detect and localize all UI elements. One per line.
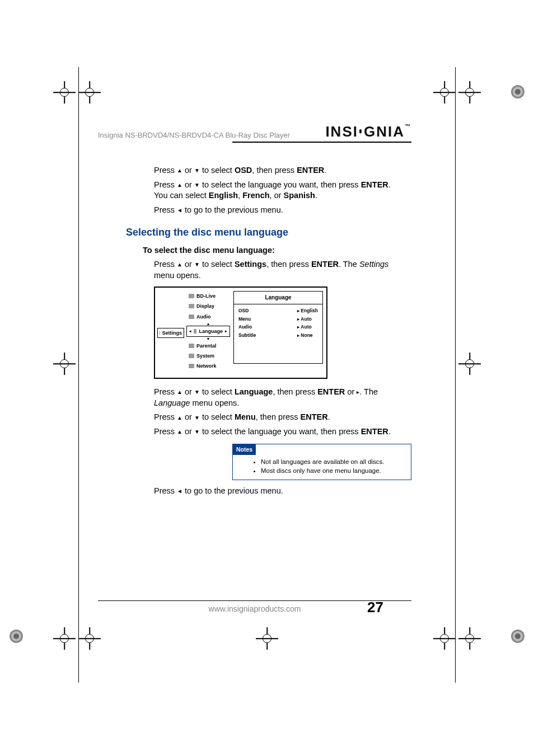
section-subheading: To select the disc menu language: [143, 245, 406, 256]
crop-mark [78, 81, 101, 104]
gear-icon [160, 331, 160, 335]
crop-mark [458, 627, 481, 650]
globe-icon [189, 294, 194, 298]
osd-row-key: Menu [238, 316, 287, 323]
notes-box: Notes Not all languages are available on… [232, 444, 411, 480]
osd-settings-item: Settings [157, 328, 184, 338]
down-triangle-icon: ▼ [194, 389, 200, 395]
notes-label: Notes [233, 444, 256, 454]
osd-row-key: Subtitle [238, 332, 287, 339]
instruction-line: Press ▲ or ▼ to select the language you … [154, 426, 406, 438]
osd-item-parental: Parental [186, 341, 230, 351]
trim-line [455, 67, 456, 683]
system-icon [189, 354, 194, 358]
left-triangle-icon: ◄ [177, 208, 182, 213]
trim-line [78, 67, 79, 683]
product-header: Insignia NS-BRDVD4/NS-BRDVD4-CA Blu-Ray … [98, 131, 290, 140]
down-triangle-icon: ▼ [194, 262, 200, 267]
crop-mark [458, 81, 481, 104]
crop-mark [433, 81, 456, 104]
osd-label: Settings [162, 330, 182, 336]
network-icon [189, 364, 194, 368]
page-content: Insignia NS-BRDVD4/NS-BRDVD4-CA Blu-Ray … [98, 123, 411, 500]
crop-mark [53, 81, 76, 104]
osd-row-key: OSD [238, 308, 287, 314]
up-triangle-icon: ▲ [177, 389, 182, 395]
up-triangle-icon: ▲ [177, 182, 182, 188]
header-divider [232, 142, 411, 143]
note-item: Most discs only have one menu language. [261, 467, 406, 476]
instruction-line: Press ▲ or ▼ to select Language, then pr… [154, 387, 406, 408]
osd-middle-column: BD-Live Display Audio ▲ ◂ Language ▸ ▼ P… [186, 291, 230, 371]
page-number: 27 [367, 599, 383, 616]
brand-logo: INSI●●GNIA™ [325, 123, 411, 140]
crop-mark [256, 627, 278, 650]
osd-item-system: System [186, 351, 230, 361]
registration-target [510, 84, 526, 100]
section-title: Selecting the disc menu language [126, 226, 406, 239]
instruction-line: Press ▲ or ▼ to select the language you … [154, 180, 406, 201]
footer-url: www.insigniaproducts.com [209, 604, 301, 613]
crop-mark [53, 353, 76, 375]
osd-panel-title: Language [234, 292, 322, 304]
left-triangle-icon: ◄ [177, 489, 182, 494]
body: Press ▲ or ▼ to select OSD, then press E… [154, 165, 406, 496]
instruction-line: Press ▲ or ▼ to select Menu, then press … [154, 412, 406, 423]
instruction-line: Press ◄ to go to the previous menu. [154, 486, 406, 497]
osd-item-language: ◂ Language ▸ [186, 326, 230, 337]
down-arrow-icon: ▼ [186, 337, 230, 341]
audio-icon [189, 314, 194, 319]
instruction-line: Press ◄ to go to the previous menu. [154, 205, 406, 216]
svg-point-2 [13, 633, 19, 639]
up-triangle-icon: ▲ [177, 168, 182, 173]
registration-target [510, 628, 526, 644]
svg-point-5 [515, 633, 521, 639]
svg-point-8 [515, 89, 521, 95]
instruction-line: Press ▲ or ▼ to select Settings, then pr… [154, 259, 406, 281]
down-triangle-icon: ▼ [194, 429, 200, 435]
instruction-line: Press ▲ or ▼ to select OSD, then press E… [154, 165, 406, 176]
up-triangle-icon: ▲ [177, 415, 182, 421]
up-arrow-icon: ▲ [186, 322, 230, 326]
osd-right-panel: Language OSDEnglish MenuAuto AudioAuto S… [233, 291, 323, 364]
parental-icon [189, 344, 194, 348]
osd-item-bdlive: BD-Live [186, 291, 230, 301]
osd-left-column: Settings [157, 328, 184, 338]
crop-mark [433, 627, 456, 650]
osd-item-audio: Audio [186, 312, 230, 322]
display-icon [189, 304, 194, 308]
down-triangle-icon: ▼ [194, 182, 200, 188]
osd-item-network: Network [186, 361, 230, 371]
osd-screenshot: Settings BD-Live Display Audio ▲ ◂ Langu… [154, 287, 327, 379]
registration-target [8, 628, 24, 644]
down-triangle-icon: ▼ [194, 168, 200, 173]
down-triangle-icon: ▼ [194, 415, 200, 421]
crop-mark [458, 353, 481, 375]
right-arrow-icon: ▸ [225, 329, 227, 333]
osd-row-val: English [297, 308, 318, 314]
language-icon [194, 329, 196, 334]
note-item: Not all languages are available on all d… [261, 458, 406, 467]
left-arrow-icon: ◂ [189, 329, 191, 333]
up-triangle-icon: ▲ [177, 262, 182, 267]
crop-mark [78, 627, 101, 650]
page-footer: www.insigniaproducts.com 27 [98, 600, 411, 613]
osd-row-val: Auto [297, 316, 318, 323]
osd-item-display: Display [186, 301, 230, 311]
osd-row-val: Auto [297, 324, 318, 331]
up-triangle-icon: ▲ [177, 429, 182, 435]
osd-row-key: Audio [238, 324, 287, 331]
crop-mark [53, 627, 76, 650]
osd-row-val: None [297, 332, 318, 339]
page-header: Insignia NS-BRDVD4/NS-BRDVD4-CA Blu-Ray … [98, 123, 411, 140]
